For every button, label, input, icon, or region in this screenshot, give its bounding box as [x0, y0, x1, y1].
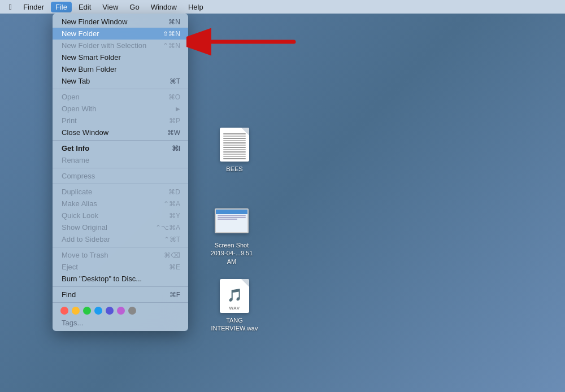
tang-icon-img: 🎵 WAV [216, 278, 253, 314]
menu-new-folder-selection: New Folder with Selection ⌃⌘N [53, 40, 188, 51]
tags-colors-row [53, 304, 188, 317]
tag-dot-red[interactable] [60, 307, 68, 315]
menu-open: Open ⌘O [53, 91, 188, 103]
menu-new-tab[interactable]: New Tab ⌘T [53, 75, 188, 87]
tag-dot-purple[interactable] [106, 307, 114, 315]
screenshot-icon-img [214, 203, 250, 239]
menu-new-smart-folder[interactable]: New Smart Folder [53, 51, 188, 63]
file-menu-dropdown: New Finder Window ⌘N New Folder ⇧⌘N New … [53, 14, 188, 331]
tag-dot-green[interactable] [83, 307, 91, 315]
menubar-view[interactable]: View [98, 2, 123, 12]
separator-5 [53, 247, 188, 247]
menu-eject: Eject ⌘E [53, 261, 188, 273]
menu-duplicate: Duplicate ⌘D [53, 186, 188, 198]
menu-move-to-trash: Move to Trash ⌘⌫ [53, 249, 188, 261]
menu-compress: Compress [53, 170, 188, 182]
menu-new-burn-folder[interactable]: New Burn Folder [53, 63, 188, 75]
apple-menu[interactable]:  [5, 2, 16, 11]
desktop-icon-screenshot[interactable]: Screen Shot 2019-04-...9.51 AM [206, 203, 257, 265]
menu-add-to-sidebar: Add to Sidebar ⌃⌘T [53, 233, 188, 245]
tang-icon-label: TANG INTERVIEW.wav [211, 316, 258, 333]
menu-new-finder-window[interactable]: New Finder Window ⌘N [53, 16, 188, 28]
menubar-file[interactable]: File [51, 2, 72, 12]
menu-get-info[interactable]: Get Info ⌘I [53, 142, 188, 154]
menu-print: Print ⌘P [53, 115, 188, 127]
menubar-window[interactable]: Window [146, 2, 181, 12]
desktop-icon-bees[interactable]: BEES [209, 127, 260, 173]
desktop-icon-tang[interactable]: 🎵 WAV TANG INTERVIEW.wav [209, 278, 260, 333]
menubar-finder[interactable]: Finder [19, 2, 49, 12]
separator-4 [53, 184, 188, 184]
desktop: New Finder Window ⌘N New Folder ⇧⌘N New … [0, 14, 565, 392]
menu-quick-look: Quick Look ⌘Y [53, 210, 188, 221]
separator-1 [53, 89, 188, 89]
menu-show-original: Show Original ⌃⌥⌘A [53, 221, 188, 233]
menubar-go[interactable]: Go [125, 2, 144, 12]
separator-6 [53, 286, 188, 287]
menu-open-with: Open With ▶ [53, 103, 188, 115]
separator-7 [53, 302, 188, 303]
separator-3 [53, 168, 188, 168]
menubar-help[interactable]: Help [184, 2, 208, 12]
menu-burn-desktop[interactable]: Burn "Desktop" to Disc... [53, 273, 188, 285]
menubar-edit[interactable]: Edit [74, 2, 95, 12]
menu-tags-label[interactable]: Tags... [53, 317, 188, 329]
menubar:  Finder File Edit View Go Window Help [0, 0, 565, 14]
tag-dot-blue[interactable] [94, 307, 102, 315]
bees-icon-img [216, 127, 253, 163]
screenshot-icon-label: Screen Shot 2019-04-...9.51 AM [207, 241, 257, 265]
menu-new-folder[interactable]: New Folder ⇧⌘N [53, 28, 188, 40]
menu-rename: Rename [53, 154, 188, 166]
menu-make-alias: Make Alias ⌃⌘A [53, 198, 188, 210]
menu-close-window[interactable]: Close Window ⌘W [53, 127, 188, 138]
separator-2 [53, 140, 188, 141]
tag-dot-magenta[interactable] [117, 307, 125, 315]
bees-icon-label: BEES [226, 165, 242, 173]
tag-dot-gray[interactable] [128, 307, 136, 315]
red-arrow-annotation [186, 25, 299, 59]
tag-dot-orange[interactable] [72, 307, 80, 315]
menu-find[interactable]: Find ⌘F [53, 289, 188, 300]
